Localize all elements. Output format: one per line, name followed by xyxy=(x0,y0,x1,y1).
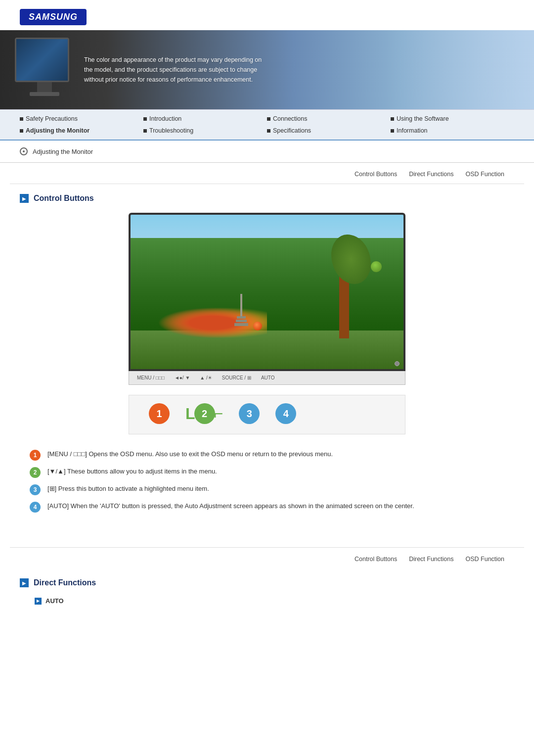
nav-item-information[interactable]: Information xyxy=(391,126,514,136)
desc-item-1: 1 [MENU / □□□] Opens the OSD menu. Also … xyxy=(30,449,504,461)
auto-label: AUTO xyxy=(35,597,514,605)
nav-item-label: Information xyxy=(397,127,428,134)
tab-bottom-osd-function[interactable]: OSD Function xyxy=(465,556,504,565)
main-content: Control Buttons xyxy=(0,184,534,537)
nav-bullet xyxy=(143,129,147,133)
hero-banner: The color and appearance of the product … xyxy=(0,30,534,109)
garden-scene xyxy=(131,215,403,369)
tab-navigation-bottom: Control Buttons Direct Functions OSD Fun… xyxy=(10,547,524,568)
monitor-stand xyxy=(37,82,52,92)
monitor-screen xyxy=(16,39,68,81)
button-2-group: L 2 ⌐ xyxy=(185,403,223,424)
bracket-right-icon: ⌐ xyxy=(214,403,223,424)
hero-text: The color and appearance of the product … xyxy=(84,55,262,85)
breadcrumb-icon xyxy=(20,147,28,155)
desc-number-2: 2 xyxy=(30,467,41,478)
power-indicator xyxy=(395,361,400,366)
nav-bullet xyxy=(143,117,147,121)
button-2: 2 xyxy=(194,403,215,424)
nav-item-label: Troubleshooting xyxy=(149,127,193,134)
tab-bottom-control-buttons[interactable]: Control Buttons xyxy=(355,556,397,565)
tab-bottom-direct-functions[interactable]: Direct Functions xyxy=(409,556,453,565)
tab-control-buttons[interactable]: Control Buttons xyxy=(355,171,397,180)
ctrl-label-source: SOURCE / ⊞ xyxy=(222,375,251,380)
button-numbers-row: 1 L 2 ⌐ 3 4 xyxy=(141,403,393,424)
desc-text-2: [▼/▲] These buttons allow you to adjust … xyxy=(47,467,217,476)
section-arrow-icon-direct xyxy=(20,578,29,587)
nav-item-label: Connections xyxy=(273,115,308,122)
hero-monitor xyxy=(15,38,74,102)
pagoda xyxy=(234,294,248,326)
section-title-direct: Direct Functions xyxy=(34,578,96,587)
desc-text-1: [MENU / □□□] Opens the OSD menu. Also us… xyxy=(47,449,333,459)
nav-item-troubleshooting[interactable]: Troubleshooting xyxy=(143,126,267,136)
desc-item-4: 4 [AUTO] When the 'AUTO' button is press… xyxy=(30,501,504,513)
nav-item-label: Specifications xyxy=(273,127,311,134)
green-ball xyxy=(371,261,382,272)
desc-number-3: 3 xyxy=(30,484,41,495)
breadcrumb: Adjusting the Monitor xyxy=(0,141,534,163)
nav-item-label: Adjusting the Monitor xyxy=(26,127,89,134)
nav-bullet xyxy=(267,129,270,133)
descriptions-list: 1 [MENU / □□□] Opens the OSD menu. Also … xyxy=(20,449,514,513)
desc-text-4: [AUTO] When the 'AUTO' button is pressed… xyxy=(47,501,414,511)
hero-wave-decoration xyxy=(386,30,534,109)
nav-bullet xyxy=(391,129,394,133)
button-4: 4 xyxy=(275,403,296,424)
desc-item-2: 2 [▼/▲] These buttons allow you to adjus… xyxy=(30,467,504,478)
button-3: 3 xyxy=(239,403,260,424)
ctrl-label-auto: AUTO xyxy=(261,375,275,380)
bracket-left-icon: L xyxy=(185,403,195,424)
nav-item-label: Safety Precautions xyxy=(26,115,78,122)
tab-navigation-top: Control Buttons Direct Functions OSD Fun… xyxy=(10,163,524,184)
breadcrumb-text: Adjusting the Monitor xyxy=(33,148,93,155)
desc-text-3: [⊞] Press this button to activate a high… xyxy=(47,484,209,494)
nav-item-introduction[interactable]: Introduction xyxy=(143,114,267,124)
nav-item-label: Using the Software xyxy=(397,115,449,122)
section-arrow-icon xyxy=(20,194,29,203)
nav-item-safety-precautions[interactable]: Safety Precautions xyxy=(20,114,143,124)
nav-bullet xyxy=(267,117,270,121)
ctrl-label-bright: ▲ /☀ xyxy=(200,375,212,380)
nav-item-software[interactable]: Using the Software xyxy=(391,114,514,124)
ctrl-label-menu: MENU / □□□ xyxy=(137,375,165,380)
nav-bullet xyxy=(20,117,23,121)
tab-direct-functions[interactable]: Direct Functions xyxy=(409,171,453,180)
monitor-base xyxy=(30,92,59,96)
nav-bullet xyxy=(391,117,394,121)
direct-functions-section: Direct Functions AUTO xyxy=(0,578,534,624)
ctrl-label-vol: ◄●/ ▼ xyxy=(175,375,190,380)
auto-arrow-icon xyxy=(35,598,42,605)
nav-item-adjusting[interactable]: Adjusting the Monitor xyxy=(20,126,143,136)
nav-bullet xyxy=(20,129,23,133)
button-1: 1 xyxy=(149,403,170,424)
desc-item-3: 3 [⊞] Press this button to activate a hi… xyxy=(30,484,504,495)
samsung-logo: SAMSUNG xyxy=(20,9,87,25)
nav-item-specifications[interactable]: Specifications xyxy=(267,126,391,136)
nav-item-label: Introduction xyxy=(149,115,181,122)
tab-osd-function[interactable]: OSD Function xyxy=(465,171,504,180)
section-heading-direct-functions: Direct Functions xyxy=(20,578,514,587)
auto-text: AUTO xyxy=(45,597,64,605)
nav-grid: Safety Precautions Introduction Connecti… xyxy=(20,114,514,136)
control-strip: MENU / □□□ ◄●/ ▼ ▲ /☀ SOURCE / ⊞ AUTO xyxy=(129,371,405,385)
button-diagram: 1 L 2 ⌐ 3 4 xyxy=(129,395,405,434)
desc-number-4: 4 xyxy=(30,502,41,513)
desc-number-1: 1 xyxy=(30,450,41,461)
section-heading-control-buttons: Control Buttons xyxy=(20,194,514,203)
header: SAMSUNG xyxy=(0,0,534,30)
monitor-frame xyxy=(15,38,69,82)
navigation-menu: Safety Precautions Introduction Connecti… xyxy=(0,109,534,141)
flowers xyxy=(158,307,267,338)
section-title: Control Buttons xyxy=(34,194,94,203)
monitor-display xyxy=(129,213,405,371)
monitor-image-container: MENU / □□□ ◄●/ ▼ ▲ /☀ SOURCE / ⊞ AUTO xyxy=(129,213,405,385)
nav-item-connections[interactable]: Connections xyxy=(267,114,391,124)
